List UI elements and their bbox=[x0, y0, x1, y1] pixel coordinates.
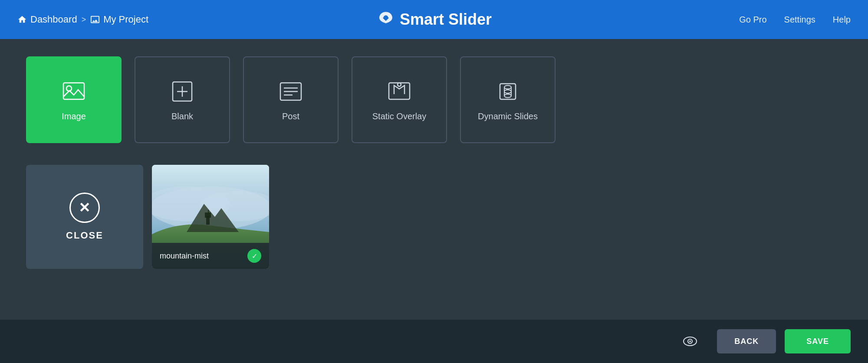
app-title: Smart Slider bbox=[400, 10, 492, 29]
back-button[interactable]: BACK bbox=[717, 329, 776, 353]
type-selector: Image Blank Post bbox=[26, 56, 842, 143]
svg-point-13 bbox=[504, 85, 511, 89]
svg-rect-1 bbox=[63, 83, 84, 99]
close-x-icon: ✕ bbox=[79, 201, 91, 215]
main-content: Image Blank Post bbox=[0, 39, 868, 320]
close-label: CLOSE bbox=[66, 230, 103, 241]
type-card-image[interactable]: Image bbox=[26, 56, 122, 143]
svg-rect-10 bbox=[389, 83, 410, 99]
image-grid: ✕ CLOSE bbox=[26, 165, 842, 269]
settings-link[interactable]: Settings bbox=[784, 15, 815, 25]
svg-rect-12 bbox=[500, 84, 516, 99]
type-post-label: Post bbox=[282, 111, 299, 121]
logo-icon bbox=[376, 10, 395, 29]
type-image-label: Image bbox=[62, 111, 86, 121]
image-name-label: mountain-mist bbox=[160, 252, 209, 261]
close-circle-icon: ✕ bbox=[69, 193, 100, 223]
breadcrumb-dashboard-label: Dashboard bbox=[30, 14, 77, 25]
post-type-icon bbox=[278, 78, 304, 105]
static-overlay-type-icon bbox=[386, 78, 412, 105]
footer: BACK SAVE bbox=[0, 320, 868, 363]
image-card-label-bar: mountain-mist ✓ bbox=[152, 243, 269, 269]
image-card-mountain-mist[interactable]: mountain-mist ✓ bbox=[152, 165, 269, 269]
save-button[interactable]: SAVE bbox=[785, 329, 851, 353]
breadcrumb: Dashboard > My Project bbox=[17, 14, 148, 25]
type-card-static-overlay[interactable]: Static Overlay bbox=[352, 56, 447, 143]
selected-check-icon: ✓ bbox=[247, 249, 261, 263]
dynamic-slides-type-icon bbox=[495, 78, 521, 105]
home-icon bbox=[17, 15, 27, 24]
breadcrumb-project[interactable]: My Project bbox=[90, 14, 148, 25]
gopro-link[interactable]: Go Pro bbox=[739, 15, 766, 25]
type-dynamic-slides-label: Dynamic Slides bbox=[478, 111, 538, 121]
preview-button[interactable] bbox=[681, 332, 700, 351]
type-static-overlay-label: Static Overlay bbox=[372, 111, 426, 121]
header-nav: Go Pro Settings Help bbox=[739, 15, 851, 25]
type-blank-label: Blank bbox=[171, 111, 193, 121]
breadcrumb-dashboard[interactable]: Dashboard bbox=[17, 14, 77, 25]
header: Dashboard > My Project Smart Slider Go P… bbox=[0, 0, 868, 39]
breadcrumb-project-label: My Project bbox=[103, 14, 148, 25]
svg-rect-24 bbox=[208, 210, 209, 213]
type-card-post[interactable]: Post bbox=[243, 56, 339, 143]
breadcrumb-separator: > bbox=[82, 15, 86, 24]
type-card-dynamic-slides[interactable]: Dynamic Slides bbox=[460, 56, 556, 143]
close-card[interactable]: ✕ CLOSE bbox=[26, 165, 143, 269]
help-link[interactable]: Help bbox=[833, 15, 851, 25]
app-logo: Smart Slider bbox=[376, 10, 492, 29]
svg-point-27 bbox=[689, 340, 691, 342]
svg-point-14 bbox=[504, 90, 511, 93]
blank-type-icon bbox=[169, 78, 195, 105]
project-icon bbox=[90, 15, 100, 24]
svg-point-11 bbox=[398, 83, 401, 86]
svg-point-15 bbox=[504, 94, 511, 98]
svg-point-2 bbox=[66, 86, 72, 91]
eye-icon bbox=[682, 334, 698, 349]
image-type-icon bbox=[61, 78, 87, 105]
type-card-blank[interactable]: Blank bbox=[135, 56, 230, 143]
